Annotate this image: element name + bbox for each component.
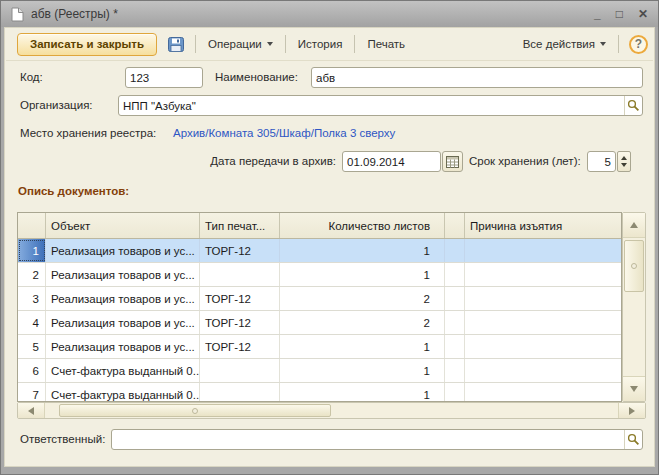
column-header-объект[interactable]: Объект — [46, 213, 200, 238]
arrow-left-icon — [28, 407, 34, 415]
maximize-button[interactable]: □ — [616, 8, 623, 20]
name-value: абв — [316, 72, 638, 84]
organization-lookup-button[interactable] — [624, 96, 642, 115]
table-header: ОбъектТип печат...Количество листовПричи… — [18, 213, 621, 239]
cell-type[interactable] — [200, 359, 280, 382]
cell-object[interactable]: Реализация товаров и ус... — [46, 239, 200, 262]
column-header-4[interactable] — [445, 213, 465, 238]
cell-sheets[interactable]: 2 — [280, 287, 445, 310]
column-header-причина-изъятия[interactable]: Причина изъятия — [465, 213, 621, 238]
calendar-button[interactable] — [442, 151, 463, 172]
cell-flag[interactable] — [445, 359, 465, 382]
save-button[interactable] — [163, 33, 189, 55]
scroll-right-button[interactable] — [618, 403, 645, 418]
scroll-left-button[interactable] — [18, 403, 45, 418]
all-actions-button[interactable]: Все действия — [517, 33, 612, 55]
cell-sheets[interactable]: 1 — [280, 335, 445, 358]
cell-sheets[interactable]: 1 — [280, 359, 445, 382]
cell-flag[interactable] — [445, 287, 465, 310]
cell-object[interactable]: Реализация товаров и ус... — [46, 287, 200, 310]
spin-up-icon[interactable] — [621, 156, 627, 160]
magnifier-icon — [627, 433, 640, 446]
cell-reason[interactable] — [465, 359, 621, 382]
cell-flag[interactable] — [445, 263, 465, 286]
vertical-scroll-thumb[interactable] — [624, 240, 644, 292]
cell-reason[interactable] — [465, 263, 621, 286]
cell-object[interactable]: Реализация товаров и ус... — [46, 311, 200, 334]
storage-place-link[interactable]: Архив/Комната 305/Шкаф/Полка 3 сверху — [173, 127, 395, 139]
cell-flag[interactable] — [445, 383, 465, 402]
organization-label: Организация: — [20, 99, 93, 111]
spin-down-icon[interactable] — [621, 163, 627, 167]
table-row[interactable]: 5Реализация товаров и ус...ТОРГ-121 — [18, 335, 621, 359]
cell-reason[interactable] — [465, 383, 621, 402]
cell-sheets[interactable]: 1 — [280, 263, 445, 286]
cell-reason[interactable] — [465, 335, 621, 358]
help-button[interactable]: ? — [629, 35, 648, 54]
cell-type[interactable] — [200, 263, 280, 286]
table-row[interactable]: 4Реализация товаров и ус...ТОРГ-122 — [18, 311, 621, 335]
save-and-close-button[interactable]: Записать и закрыть — [17, 33, 157, 56]
cell-object[interactable]: Реализация товаров и ус... — [46, 263, 200, 286]
titlebar: абв (Реестры) * _ □ ✕ — [1, 1, 658, 27]
cell-num[interactable]: 3 — [18, 287, 46, 310]
column-header-тип-печат-[interactable]: Тип печат... — [200, 213, 280, 238]
print-button[interactable]: Печать — [361, 33, 411, 55]
cell-sheets[interactable]: 1 — [280, 383, 445, 402]
cell-sheets[interactable]: 1 — [280, 239, 445, 262]
window-title: абв (Реестры) * — [31, 7, 118, 21]
retention-field[interactable]: 5 — [587, 151, 616, 172]
column-header-0[interactable] — [18, 213, 46, 238]
cell-object[interactable]: Реализация товаров и ус... — [46, 335, 200, 358]
arrow-down-icon — [630, 386, 638, 392]
horizontal-scrollbar[interactable] — [17, 402, 646, 419]
cell-object[interactable]: Счет-фактура выданный 0... — [46, 383, 200, 402]
cell-sheets[interactable]: 2 — [280, 311, 445, 334]
thumb-grip-icon — [631, 263, 637, 269]
vertical-scrollbar[interactable] — [622, 212, 646, 402]
archive-date-field[interactable]: 01.09.2014 — [342, 151, 441, 172]
cell-type[interactable]: ТОРГ-12 — [200, 239, 280, 262]
cell-reason[interactable] — [465, 311, 621, 334]
cell-type[interactable]: ТОРГ-12 — [200, 287, 280, 310]
cell-num[interactable]: 1 — [18, 239, 46, 262]
close-button[interactable]: ✕ — [638, 8, 648, 20]
cell-type[interactable] — [200, 383, 280, 402]
cell-reason[interactable] — [465, 239, 621, 262]
cell-flag[interactable] — [445, 311, 465, 334]
column-header-количество-листов[interactable]: Количество листов — [280, 213, 445, 238]
arrow-right-icon — [629, 407, 635, 415]
table-row[interactable]: 2Реализация товаров и ус...1 — [18, 263, 621, 287]
operations-menu-button[interactable]: Операции — [202, 33, 279, 55]
name-field[interactable]: абв — [311, 67, 643, 88]
all-actions-label: Все действия — [523, 38, 595, 50]
cell-num[interactable]: 6 — [18, 359, 46, 382]
cell-type[interactable]: ТОРГ-12 — [200, 311, 280, 334]
history-button[interactable]: История — [292, 33, 349, 55]
scroll-down-button[interactable] — [623, 376, 645, 401]
responsible-field[interactable] — [111, 429, 643, 450]
cell-num[interactable]: 5 — [18, 335, 46, 358]
horizontal-scroll-thumb[interactable] — [59, 404, 331, 417]
scroll-up-button[interactable] — [623, 213, 645, 238]
cell-reason[interactable] — [465, 287, 621, 310]
toolbar: Записать и закрыть Операции История Печа… — [17, 31, 648, 57]
cell-object[interactable]: Счет-фактура выданный 0... — [46, 359, 200, 382]
scroll-track[interactable] — [45, 403, 59, 418]
table-row[interactable]: 3Реализация товаров и ус...ТОРГ-122 — [18, 287, 621, 311]
cell-num[interactable]: 4 — [18, 311, 46, 334]
code-field[interactable]: 123 — [125, 67, 203, 88]
responsible-lookup-button[interactable] — [624, 430, 642, 449]
cell-flag[interactable] — [445, 335, 465, 358]
cell-type[interactable]: ТОРГ-12 — [200, 335, 280, 358]
cell-num[interactable]: 2 — [18, 263, 46, 286]
name-label: Наименование: — [215, 71, 298, 83]
minimize-button[interactable]: _ — [594, 8, 601, 20]
retention-stepper[interactable] — [617, 151, 631, 172]
cell-flag[interactable] — [445, 239, 465, 262]
table-row[interactable]: 7Счет-фактура выданный 0...1 — [18, 383, 621, 402]
organization-field[interactable]: НПП "Азбука" — [118, 95, 643, 116]
cell-num[interactable]: 7 — [18, 383, 46, 402]
table-row[interactable]: 6Счет-фактура выданный 0...1 — [18, 359, 621, 383]
table-row[interactable]: 1Реализация товаров и ус...ТОРГ-121 — [18, 239, 621, 263]
